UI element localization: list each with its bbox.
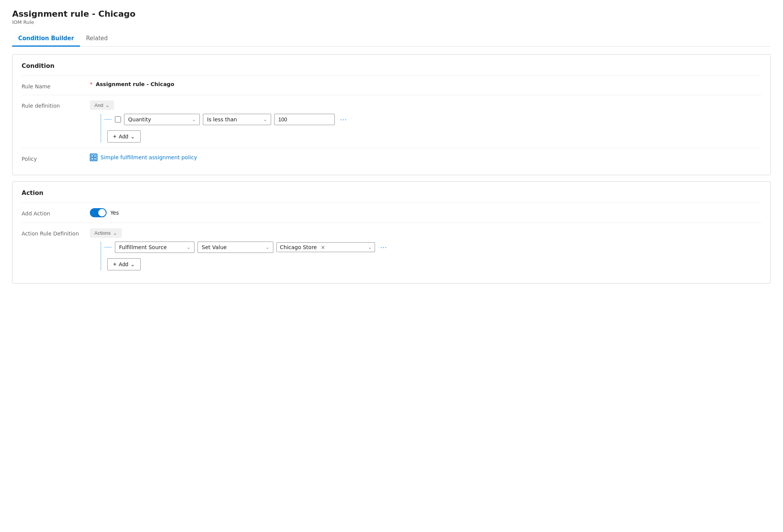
quantity-dropdown-value: Quantity bbox=[128, 116, 151, 122]
action-section: Action Add Action Yes Action Rule Defini… bbox=[12, 181, 771, 284]
add-action-rule-label: Add bbox=[119, 261, 128, 267]
set-value-dropdown-value: Set Value bbox=[202, 244, 227, 250]
condition-ellipsis-button[interactable]: ··· bbox=[338, 114, 349, 125]
chicago-store-tag-value: Chicago Store bbox=[280, 244, 317, 250]
tree-items: Quantity ⌄ Is less than ⌄ ··· bbox=[101, 114, 761, 143]
action-rule-definition-row: Action Rule Definition Actions ⌄ Fu bbox=[22, 223, 761, 276]
actions-chevron-icon: ⌄ bbox=[113, 230, 117, 236]
set-value-dropdown[interactable]: Set Value ⌄ bbox=[198, 242, 273, 253]
and-pill-label: And bbox=[94, 102, 103, 108]
page-title: Assignment rule - Chicago bbox=[12, 9, 771, 19]
add-action-toggle[interactable] bbox=[90, 208, 107, 217]
tree-horizontal-line bbox=[104, 119, 112, 120]
add-action-chevron-icon: ⌄ bbox=[130, 261, 135, 267]
chicago-store-tag: Chicago Store × bbox=[280, 244, 325, 250]
policy-value: Simple fulfillment assignment policy bbox=[90, 154, 761, 161]
svg-rect-1 bbox=[94, 155, 96, 157]
condition-checkbox[interactable] bbox=[115, 116, 121, 122]
and-pill[interactable]: And ⌄ bbox=[90, 100, 114, 110]
and-chevron-icon: ⌄ bbox=[105, 102, 110, 108]
add-action-label: Add Action bbox=[22, 208, 90, 217]
tab-related[interactable]: Related bbox=[80, 31, 114, 47]
toggle-container: Yes bbox=[90, 208, 761, 217]
condition-section-title: Condition bbox=[22, 62, 761, 69]
fulfillment-source-dropdown[interactable]: Fulfillment Source ⌄ bbox=[115, 242, 195, 253]
condition-value-input[interactable] bbox=[274, 114, 335, 125]
add-action-rule-container: + Add ⌄ bbox=[104, 257, 761, 270]
policy-link[interactable]: Simple fulfillment assignment policy bbox=[90, 154, 197, 161]
rule-definition-value: And ⌄ Quantity ⌄ bbox=[90, 100, 761, 143]
action-row: Fulfillment Source ⌄ Set Value ⌄ Chicago… bbox=[104, 242, 761, 253]
add-condition-label: Add bbox=[119, 133, 128, 140]
fulfillment-source-value: Fulfillment Source bbox=[119, 244, 167, 250]
tab-condition-builder[interactable]: Condition Builder bbox=[12, 31, 80, 47]
condition-tree: Quantity ⌄ Is less than ⌄ ··· bbox=[90, 114, 761, 143]
rule-name-value-container: * Assignment rule - Chicago bbox=[90, 81, 761, 87]
set-value-chevron-icon: ⌄ bbox=[266, 245, 269, 250]
policy-row: Policy Simple fulfillment assignment pol… bbox=[22, 148, 761, 167]
policy-icon bbox=[90, 154, 97, 161]
action-section-title: Action bbox=[22, 189, 761, 196]
policy-label: Policy bbox=[22, 154, 90, 162]
tree-line-container: Quantity ⌄ Is less than ⌄ ··· bbox=[96, 114, 761, 143]
operator-dropdown[interactable]: Is less than ⌄ bbox=[203, 114, 271, 125]
action-rule-definition-label: Action Rule Definition bbox=[22, 228, 90, 237]
add-condition-button[interactable]: + Add ⌄ bbox=[107, 130, 141, 143]
chicago-store-tag-container: Chicago Store × ⌄ bbox=[276, 242, 375, 252]
rule-name-value: Assignment rule - Chicago bbox=[96, 81, 174, 87]
add-action-row: Add Action Yes bbox=[22, 202, 761, 223]
add-action-rule-button[interactable]: + Add ⌄ bbox=[107, 258, 141, 270]
actions-pill-label: Actions bbox=[94, 230, 111, 236]
rule-definition-row: Rule definition And ⌄ Qua bbox=[22, 95, 761, 148]
svg-rect-0 bbox=[91, 155, 93, 157]
toggle-thumb bbox=[98, 209, 106, 217]
operator-dropdown-value: Is less than bbox=[207, 116, 237, 122]
svg-rect-2 bbox=[91, 158, 93, 160]
page-subtitle: IOM Rule bbox=[12, 19, 771, 25]
operator-chevron-icon: ⌄ bbox=[264, 117, 267, 122]
svg-rect-3 bbox=[94, 158, 96, 160]
required-star: * bbox=[90, 81, 93, 87]
fulfillment-chevron-icon: ⌄ bbox=[187, 245, 190, 250]
action-tree-horizontal-line bbox=[104, 247, 112, 248]
actions-pill[interactable]: Actions ⌄ bbox=[90, 228, 122, 238]
quantity-chevron-icon: ⌄ bbox=[192, 117, 196, 122]
rule-name-row: Rule Name * Assignment rule - Chicago bbox=[22, 75, 761, 95]
action-ellipsis-button[interactable]: ··· bbox=[378, 242, 389, 253]
rule-name-label: Rule Name bbox=[22, 81, 90, 89]
add-action-plus-icon: + bbox=[113, 261, 116, 268]
action-tree-items: Fulfillment Source ⌄ Set Value ⌄ Chicago… bbox=[101, 242, 761, 270]
add-condition-container: + Add ⌄ bbox=[104, 129, 761, 143]
policy-link-text: Simple fulfillment assignment policy bbox=[100, 154, 197, 160]
tabs-container: Condition Builder Related bbox=[12, 31, 771, 47]
quantity-dropdown[interactable]: Quantity ⌄ bbox=[124, 114, 200, 125]
add-condition-plus-icon: + bbox=[113, 133, 116, 140]
action-tree: Fulfillment Source ⌄ Set Value ⌄ Chicago… bbox=[90, 242, 761, 270]
action-tree-line-container: Fulfillment Source ⌄ Set Value ⌄ Chicago… bbox=[96, 242, 761, 270]
chicago-store-close-icon[interactable]: × bbox=[321, 244, 325, 250]
condition-section: Condition Rule Name * Assignment rule - … bbox=[12, 54, 771, 175]
rule-definition-label: Rule definition bbox=[22, 100, 90, 109]
chicago-store-tag-chevron-icon: ⌄ bbox=[368, 245, 372, 250]
action-rule-definition-value: Actions ⌄ Fulfillment Source ⌄ bbox=[90, 228, 761, 270]
toggle-yes-label: Yes bbox=[110, 210, 119, 216]
add-action-value: Yes bbox=[90, 208, 761, 217]
condition-row: Quantity ⌄ Is less than ⌄ ··· bbox=[104, 114, 761, 125]
add-chevron-icon: ⌄ bbox=[130, 133, 135, 140]
